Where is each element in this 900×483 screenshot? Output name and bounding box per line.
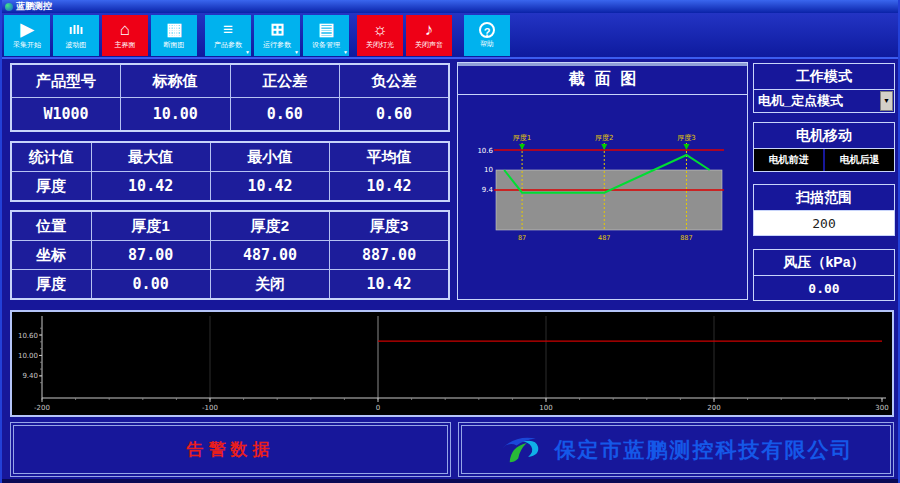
coordinate-label: 坐标 xyxy=(11,241,91,270)
scan-range-title: 扫描范围 xyxy=(754,185,894,211)
svg-text:9.40: 9.40 xyxy=(22,372,38,380)
home-icon: ⌂ xyxy=(120,21,130,39)
control-panel: 工作模式 电机_定点模式 ▼ 电机移动 电机前进 电机后退 扫描范围 风压（kP… xyxy=(753,63,895,301)
svg-text:100: 100 xyxy=(539,404,552,412)
app-window: 蓝鹏测控 ▶ 采集开始 ıllı 波动图 ⌂ 主界面 ▦ 断面图 ≡ 产品参数 … xyxy=(0,0,900,483)
window-title: 蓝鹏测控 xyxy=(16,0,52,13)
trend-chart: -200-100010020030010.6010.009.40 xyxy=(10,310,894,417)
neg-tolerance-header: 负公差 xyxy=(340,64,450,98)
stats-table: 统计值 最大值 最小值 平均值 厚度 10.42 10.42 10.42 xyxy=(10,141,450,202)
svg-text:87: 87 xyxy=(518,234,526,242)
work-mode-title: 工作模式 xyxy=(754,64,894,90)
svg-text:厚度3: 厚度3 xyxy=(677,134,695,142)
play-icon: ▶ xyxy=(20,21,33,39)
section-chart: 厚度187厚度2487厚度388710.6109.4 xyxy=(458,95,747,299)
svg-text:300: 300 xyxy=(875,404,888,412)
sound-off-button[interactable]: ♪ 关闭声音 xyxy=(406,15,452,56)
thickness-3-value: 10.42 xyxy=(330,270,449,300)
work-mode-box: 工作模式 电机_定点模式 ▼ xyxy=(753,63,895,113)
company-box: 保定市蓝鹏测控科技有限公司 xyxy=(458,422,894,477)
avg-value: 10.42 xyxy=(330,172,449,202)
motor-forward-button[interactable]: 电机前进 xyxy=(754,149,823,171)
pressure-title: 风压（kPa） xyxy=(754,250,894,276)
svg-text:0: 0 xyxy=(376,404,380,412)
neg-tolerance-value: 0.60 xyxy=(340,98,450,132)
pressure-value: 0.00 xyxy=(754,276,894,300)
coordinate-1: 87.00 xyxy=(91,241,210,270)
chevron-down-icon: ▼ xyxy=(294,49,299,55)
chevron-down-icon[interactable]: ▼ xyxy=(880,91,893,111)
thickness1-header: 厚度1 xyxy=(91,211,210,241)
stats-value-row: 厚度 10.42 10.42 10.42 xyxy=(11,172,449,202)
work-mode-dropdown[interactable]: 电机_定点模式 ▼ xyxy=(754,90,894,112)
min-value: 10.42 xyxy=(210,172,329,202)
help-button[interactable]: ? 帮助 xyxy=(464,15,510,56)
thickness-row: 厚度 0.00 关闭 10.42 xyxy=(11,270,449,300)
svg-text:厚度1: 厚度1 xyxy=(513,134,531,142)
bulb-icon: ☼ xyxy=(372,21,388,39)
motor-buttons: 电机前进 电机后退 xyxy=(754,149,894,171)
scan-range-input[interactable] xyxy=(754,211,894,235)
position-header-row: 位置 厚度1 厚度2 厚度3 xyxy=(11,211,449,241)
product-table-value-row: W1000 10.00 0.60 0.60 xyxy=(11,98,449,132)
motor-move-title: 电机移动 xyxy=(754,123,894,149)
product-table: 产品型号 标称值 正公差 负公差 W1000 10.00 0.60 0.60 xyxy=(10,63,450,132)
svg-text:-200: -200 xyxy=(34,404,50,412)
alarm-data-label: 告警数据 xyxy=(187,438,275,461)
svg-text:9.4: 9.4 xyxy=(482,186,494,194)
main-screen-button[interactable]: ⌂ 主界面 xyxy=(102,15,148,56)
scan-range-box: 扫描范围 xyxy=(753,184,895,236)
coordinate-3: 887.00 xyxy=(330,241,449,270)
device-mgmt-button[interactable]: ▤ 设备管理 ▼ xyxy=(303,15,349,56)
bottom-strip xyxy=(2,479,898,483)
position-table: 位置 厚度1 厚度2 厚度3 坐标 87.00 487.00 887.00 厚度… xyxy=(10,210,450,300)
company-name: 保定市蓝鹏测控科技有限公司 xyxy=(555,436,854,464)
position-header: 位置 xyxy=(11,211,91,241)
max-value: 10.42 xyxy=(91,172,210,202)
product-model-header: 产品型号 xyxy=(11,64,121,98)
thickness2-header: 厚度2 xyxy=(210,211,329,241)
max-header: 最大值 xyxy=(91,142,210,172)
chevron-down-icon: ▼ xyxy=(343,49,348,55)
svg-text:10.6: 10.6 xyxy=(477,147,493,155)
app-icon xyxy=(5,3,13,11)
svg-text:-100: -100 xyxy=(202,404,218,412)
thickness-label: 厚度 xyxy=(11,270,91,300)
run-params-button[interactable]: ⊞ 运行参数 ▼ xyxy=(254,15,300,56)
motor-backward-button[interactable]: 电机后退 xyxy=(825,149,894,171)
toolbar: ▶ 采集开始 ıllı 波动图 ⌂ 主界面 ▦ 断面图 ≡ 产品参数 ▼ ⊞ 运… xyxy=(2,13,898,59)
list-icon: ≡ xyxy=(223,21,233,39)
svg-text:200: 200 xyxy=(707,404,720,412)
nominal-value: 10.00 xyxy=(121,98,231,132)
left-panel: 产品型号 标称值 正公差 负公差 W1000 10.00 0.60 0.60 统… xyxy=(10,63,450,300)
light-off-button[interactable]: ☼ 关闭灯光 xyxy=(357,15,403,56)
svg-text:厚度2: 厚度2 xyxy=(595,134,613,142)
chevron-down-icon: ▼ xyxy=(245,49,250,55)
section-view-button[interactable]: ▦ 断面图 xyxy=(151,15,197,56)
device-icon: ▤ xyxy=(318,21,334,39)
start-acquisition-button[interactable]: ▶ 采集开始 xyxy=(4,15,50,56)
thickness3-header: 厚度3 xyxy=(330,211,449,241)
section-chart-title: 截面图 xyxy=(458,63,747,95)
waveform-icon: ıllı xyxy=(69,21,83,39)
thickness-2-value: 关闭 xyxy=(210,270,329,300)
work-mode-selected: 电机_定点模式 xyxy=(754,92,880,110)
coordinate-row: 坐标 87.00 487.00 887.00 xyxy=(11,241,449,270)
company-logo-icon xyxy=(499,433,545,467)
coordinate-2: 487.00 xyxy=(210,241,329,270)
section-chart-svg: 厚度187厚度2487厚度388710.6109.4 xyxy=(458,95,747,299)
siren-icon: ♪ xyxy=(425,21,434,39)
svg-text:10.00: 10.00 xyxy=(18,352,38,360)
alarm-data-box[interactable]: 告警数据 xyxy=(10,422,451,477)
svg-text:887: 887 xyxy=(680,234,692,242)
product-model-value: W1000 xyxy=(11,98,121,132)
trend-chart-svg: -200-100010020030010.6010.009.40 xyxy=(12,312,890,413)
pos-tolerance-header: 正公差 xyxy=(230,64,340,98)
stats-label-header: 统计值 xyxy=(11,142,91,172)
product-params-button[interactable]: ≡ 产品参数 ▼ xyxy=(205,15,251,56)
avg-header: 平均值 xyxy=(330,142,449,172)
pressure-box: 风压（kPa） 0.00 xyxy=(753,249,895,301)
section-chart-panel: 截面图 厚度187厚度2487厚度388710.6109.4 xyxy=(457,62,748,300)
wave-chart-button[interactable]: ıllı 波动图 xyxy=(53,15,99,56)
svg-text:487: 487 xyxy=(598,234,610,242)
